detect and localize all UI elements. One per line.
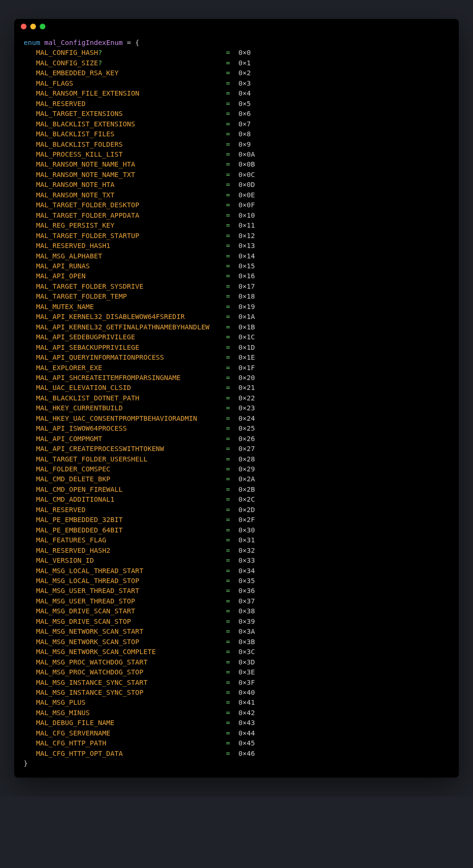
enum-member-line: MAL_UAC_ELEVATION_CLSID = 0×21 — [24, 383, 449, 393]
enum-member-value: 0×37 — [238, 597, 255, 605]
enum-identifier: mal_ConfigIndexEnum — [44, 39, 123, 46]
assign-equals: = — [226, 425, 230, 432]
indent — [24, 283, 36, 290]
close-icon[interactable] — [21, 24, 26, 29]
indent — [24, 313, 36, 320]
indent — [24, 221, 36, 229]
enum-member-name: MAL_MSG_MINUS — [36, 709, 90, 717]
assign-equals: = — [226, 567, 230, 575]
gap — [230, 729, 238, 737]
padding — [114, 719, 226, 726]
enum-member-line: MAL_RANSOM_NOTE_NAME_HTA = 0×0B — [24, 159, 449, 169]
padding — [181, 374, 226, 381]
enum-member-line: MAL_TARGET_FOLDER_APPDATA = 0×10 — [24, 211, 449, 221]
padding — [139, 394, 226, 402]
minimize-icon[interactable] — [30, 24, 36, 29]
enum-member-line: MAL_CFG_SERVERNAME = 0×44 — [24, 728, 449, 738]
assign-equals: = — [226, 323, 230, 331]
padding — [106, 739, 226, 747]
assign-equals: = — [226, 526, 230, 534]
enum-member-line: MAL_RESERVED = 0×5 — [24, 99, 449, 109]
gap — [230, 648, 238, 655]
enum-member-line: MAL_MSG_USER_THREAD_STOP = 0×37 — [24, 596, 449, 606]
assign-equals: = — [226, 415, 230, 422]
enum-member-value: 0×24 — [238, 415, 255, 422]
indent — [24, 445, 36, 452]
indent — [24, 516, 36, 523]
indent — [24, 80, 36, 87]
enum-member-line: MAL_TARGET_FOLDER_DESKTOP = 0×0F — [24, 200, 449, 210]
padding — [114, 221, 226, 229]
enum-member-name: MAL_FLAGS — [36, 80, 73, 87]
enum-member-line: MAL_CMD_ADDITIONAL1 = 0×2C — [24, 495, 449, 505]
enum-member-value: 0×1B — [238, 323, 255, 331]
enum-member-name: MAL_CFG_HTTP_PATH — [36, 739, 106, 747]
enum-member-line: MAL_MSG_INSTANCE_SYNC_STOP = 0×40 — [24, 688, 449, 698]
enum-member-name: MAL_TARGET_FOLDER_DESKTOP — [36, 201, 139, 209]
enum-member-value: 0×1F — [238, 364, 255, 372]
enum-member-line: MAL_MSG_PROC_WATCHDOG_STOP = 0×3E — [24, 667, 449, 677]
enum-member-name: MAL_FEATURES_FLAG — [36, 536, 106, 544]
enum-member-name: MAL_CMD_OPEN_FIREWALL — [36, 486, 123, 493]
padding — [139, 232, 226, 239]
enum-member-value: 0×0F — [238, 201, 255, 209]
assign-equals: = — [226, 110, 230, 117]
enum-member-value: 0×0B — [238, 160, 255, 168]
enum-member-line: MAL_HKEY_UAC_CONSENTPROMPTBEHAVIORADMIN … — [24, 414, 449, 424]
gap — [230, 618, 238, 625]
enum-member-value: 0×8 — [238, 130, 251, 138]
indent — [24, 120, 36, 128]
padding — [102, 364, 226, 372]
padding — [135, 333, 226, 341]
gap — [230, 425, 238, 432]
zoom-icon[interactable] — [40, 24, 45, 29]
indent — [24, 607, 36, 615]
enum-member-name: MAL_MSG_DRIVE_SCAN_START — [36, 607, 135, 615]
enum-member-line: MAL_FEATURES_FLAG = 0×31 — [24, 535, 449, 545]
assign-equals: = — [226, 151, 230, 158]
enum-member-line: MAL_HKEY_CURRENTBUILD = 0×23 — [24, 403, 449, 413]
gap — [230, 303, 238, 310]
assign-equals: = — [226, 455, 230, 463]
assign-equals: = — [226, 130, 230, 138]
enum-member-name: MAL_MSG_INSTANCE_SYNC_STOP — [36, 689, 143, 696]
enum-member-value: 0×20 — [238, 374, 255, 381]
enum-member-name: MAL_TARGET_FOLDER_TEMP — [36, 292, 127, 300]
enum-member-line: MAL_API_COMPMGMT = 0×26 — [24, 434, 449, 444]
gap — [230, 547, 238, 554]
assign-equals: = — [226, 212, 230, 219]
assign-equals: = — [226, 160, 230, 168]
indent — [24, 100, 36, 107]
padding — [102, 49, 226, 56]
indent — [24, 110, 36, 117]
enum-member-line: MAL_MUTEX_NAME = 0×19 — [24, 302, 449, 312]
enum-member-value: 0×13 — [238, 242, 255, 249]
indent — [24, 323, 36, 331]
assign-equals: = — [226, 404, 230, 412]
enum-member-name: MAL_VERSION_ID — [36, 557, 94, 564]
enum-member-name: MAL_CONFIG_HASH — [36, 49, 98, 56]
enum-member-name: MAL_RANSOM_NOTE_TXT — [36, 191, 114, 199]
question-mark-icon: ? — [98, 59, 102, 67]
gap — [230, 364, 238, 372]
padding — [139, 212, 226, 219]
enum-member-value: 0×16 — [238, 272, 255, 280]
assign-equals: = — [226, 303, 230, 310]
assign-equals: = — [226, 221, 230, 229]
assign-equals: = — [226, 80, 230, 87]
enum-member-value: 0×1A — [238, 313, 255, 320]
indent — [24, 557, 36, 564]
enum-member-name: MAL_REG_PERSIST_KEY — [36, 221, 114, 229]
indent — [24, 618, 36, 625]
indent — [24, 668, 36, 676]
close-brace-line: } — [24, 759, 449, 769]
indent — [24, 435, 36, 443]
enum-member-line: MAL_MSG_DRIVE_SCAN_START = 0×38 — [24, 606, 449, 616]
padding — [148, 679, 226, 686]
indent — [24, 699, 36, 706]
enum-member-value: 0×25 — [238, 425, 255, 432]
gap — [230, 384, 238, 391]
gap — [230, 49, 238, 56]
enum-member-line: MAL_API_KERNEL32_DISABLEWOW64FSREDIR = 0… — [24, 312, 449, 322]
indent — [24, 374, 36, 381]
